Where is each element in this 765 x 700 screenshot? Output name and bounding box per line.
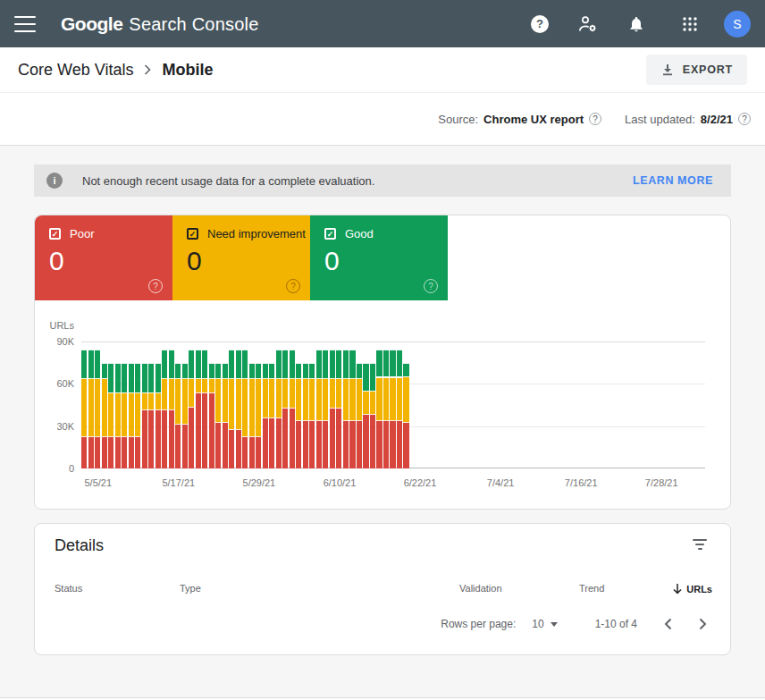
stacked-bar [256, 363, 261, 468]
bar-segment-poor [363, 414, 368, 469]
stacked-bar [363, 363, 368, 468]
help-icon[interactable]: ? [529, 13, 551, 35]
bar-segment-need-improvement [189, 378, 194, 407]
stacked-bar [316, 350, 322, 469]
bar-segment-need-improvement [336, 378, 341, 408]
bar-segment-poor [229, 429, 234, 468]
status-card-need-improvement[interactable]: ✓Need improvement0? [172, 215, 310, 300]
bar-segment-need-improvement [269, 378, 274, 417]
source-help-icon[interactable]: ? [589, 113, 601, 125]
status-card-label: Need improvement [207, 227, 306, 240]
stacked-bar [142, 363, 147, 468]
bar-segment-need-improvement [309, 378, 315, 420]
column-urls-sorted[interactable]: URLs [672, 583, 712, 595]
pagination: Rows per page: 10 1-10 of 4 [441, 618, 707, 630]
bar-segment-need-improvement [357, 378, 362, 420]
column-type[interactable]: Type [180, 583, 201, 594]
breadcrumb-core-web-vitals[interactable]: Core Web Vitals [18, 61, 133, 80]
status-card-help-icon[interactable]: ? [148, 279, 163, 293]
manage-users-icon[interactable] [577, 13, 599, 35]
menu-icon[interactable] [14, 16, 36, 32]
status-card-count: 0 [172, 240, 310, 274]
bar-segment-good [370, 363, 375, 392]
bar-segment-need-improvement [229, 378, 234, 429]
previous-page-button[interactable] [664, 618, 672, 630]
x-tick-label: 7/16/21 [565, 477, 598, 488]
bar-segment-poor [330, 408, 335, 468]
stacked-bar [276, 350, 282, 469]
apps-grid-icon[interactable] [679, 13, 701, 35]
column-validation[interactable]: Validation [459, 583, 502, 594]
bar-segment-good [148, 363, 154, 392]
stacked-bar [357, 363, 362, 468]
status-card-help-icon[interactable]: ? [424, 279, 438, 293]
last-updated-help-icon[interactable]: ? [738, 113, 751, 125]
bar-segment-good [108, 363, 113, 392]
stacked-bar [215, 363, 221, 468]
stacked-bar [343, 350, 349, 469]
export-button[interactable]: EXPORT [646, 55, 747, 85]
bar-segment-good [129, 363, 134, 392]
bar-segment-need-improvement [363, 391, 368, 413]
bar-segment-need-improvement [290, 378, 295, 408]
gridline [81, 342, 705, 342]
status-card-help-icon[interactable]: ? [286, 279, 300, 293]
stacked-bar [282, 350, 288, 469]
bar-segment-poor [102, 436, 107, 468]
bar-segment-poor [88, 436, 94, 468]
bar-segment-poor [296, 420, 301, 468]
bar-segment-good [135, 363, 140, 392]
info-banner: i Not enough recent usage data for a com… [34, 164, 731, 197]
status-card-poor[interactable]: ✓Poor0? [35, 215, 172, 300]
y-tick-label: 30K [35, 421, 74, 432]
checkbox-icon[interactable]: ✓ [49, 228, 61, 240]
bar-segment-good [189, 350, 194, 378]
bar-segment-good [376, 350, 382, 376]
rows-per-page-select[interactable]: 10 [532, 618, 557, 630]
bar-segment-poor [290, 408, 295, 468]
bar-segment-need-improvement [182, 378, 188, 424]
bar-segment-good [323, 350, 328, 378]
bar-segment-good [296, 363, 301, 378]
learn-more-link[interactable]: LEARN MORE [633, 174, 713, 187]
bar-segment-good [290, 350, 295, 378]
bar-segment-need-improvement [169, 378, 174, 409]
bar-segment-need-improvement [115, 392, 121, 436]
bar-segment-need-improvement [370, 391, 375, 413]
bar-segment-good [330, 350, 335, 378]
stacked-bar [102, 363, 107, 468]
bar-segment-need-improvement [81, 378, 87, 436]
bar-segment-need-improvement [403, 376, 408, 422]
bar-segment-need-improvement [383, 377, 389, 421]
bar-segment-poor [390, 420, 395, 468]
checkbox-icon[interactable]: ✓ [324, 228, 336, 240]
bar-segment-good [169, 350, 174, 378]
stacked-bar [196, 350, 201, 469]
stacked-bar [336, 350, 341, 469]
bar-segment-good [236, 350, 241, 378]
column-trend[interactable]: Trend [579, 583, 604, 594]
stacked-bar [81, 350, 87, 469]
x-tick-label: 5/17/21 [162, 477, 195, 488]
app-logo[interactable]: Google Search Console [61, 13, 258, 35]
bar-segment-poor [370, 414, 375, 469]
account-avatar[interactable]: S [724, 11, 751, 38]
status-cards-row: ✓Poor0?✓Need improvement0?✓Good0? [35, 215, 448, 300]
column-status[interactable]: Status [55, 583, 82, 594]
status-card-good[interactable]: ✓Good0? [310, 215, 448, 300]
bar-segment-good [122, 363, 127, 392]
bar-segment-poor [236, 429, 241, 468]
stacked-bar [403, 363, 408, 468]
filter-icon[interactable] [691, 539, 709, 553]
bar-segment-good [303, 363, 308, 378]
next-page-button[interactable] [699, 618, 707, 630]
notifications-bell-icon[interactable] [626, 13, 647, 35]
bar-segment-poor [263, 417, 268, 468]
bar-segment-good [102, 363, 107, 378]
checkbox-icon[interactable]: ✓ [187, 228, 198, 240]
stacked-bar [122, 363, 127, 468]
bar-segment-good [215, 363, 221, 378]
breadcrumb-bar: Core Web Vitals Mobile EXPORT [0, 47, 765, 93]
bar-segment-need-improvement [330, 378, 335, 408]
bar-segment-need-improvement [142, 392, 147, 409]
